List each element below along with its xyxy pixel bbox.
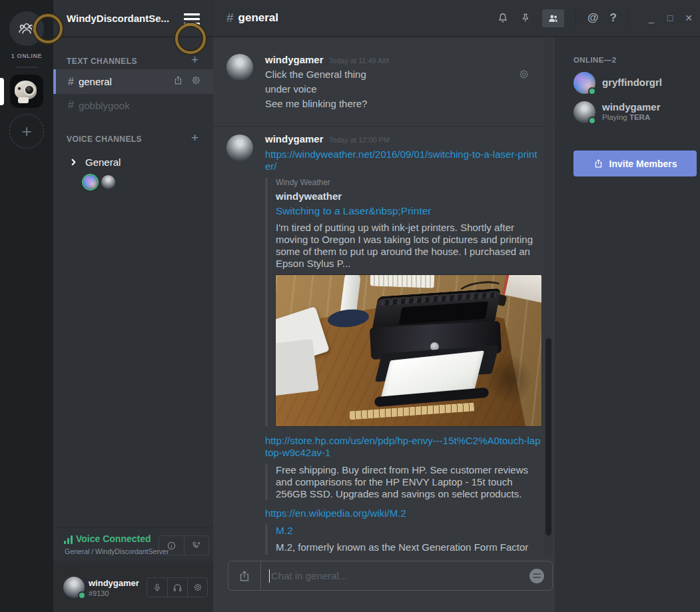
invite-button-label: Invite Members xyxy=(609,158,677,169)
voice-status-panel: Voice Connected General / WindyDiscordan… xyxy=(53,527,213,562)
link-embed-hp: Free shipping. Buy direct from HP. See c… xyxy=(265,464,541,500)
member-row-gryffindorgrl[interactable]: gryffindorgrl xyxy=(568,70,695,98)
server-column: 1 ONLINE + xyxy=(0,0,53,612)
upload-file-button[interactable] xyxy=(228,561,261,590)
online-members-label: ONLINE—2 xyxy=(573,56,617,64)
help-icon[interactable]: ? xyxy=(610,11,617,25)
message-timestamp: Today at 11:49 AM xyxy=(329,57,389,65)
message-text: under voice xyxy=(265,82,541,97)
voice-channel-general[interactable]: General xyxy=(53,152,213,172)
skull-eye-small xyxy=(17,86,22,91)
selected-channel-indicator xyxy=(53,69,56,94)
embed-image-printer-photo[interactable] xyxy=(276,275,541,426)
server-header-dropdown[interactable]: WindyDiscordantSe... xyxy=(53,0,213,37)
channel-name: gobblygook xyxy=(79,100,130,111)
voice-channel-name: General xyxy=(85,156,121,168)
window-close-button[interactable]: ✕ xyxy=(684,13,693,23)
emoji-picker-button[interactable] xyxy=(529,569,544,583)
embed-title-link[interactable]: M.2 xyxy=(276,525,541,537)
invite-members-button[interactable]: Invite Members xyxy=(573,151,697,176)
user-bar: windygamer #9130 xyxy=(53,563,213,612)
mute-microphone-button[interactable] xyxy=(147,578,167,597)
message: windygamer Today at 11:49 AM Click the G… xyxy=(213,37,555,127)
recent-mentions-icon[interactable]: @ xyxy=(587,11,599,25)
member-name: gryffindorgrl xyxy=(602,77,662,88)
header-separator xyxy=(628,11,629,25)
user-settings-gear-icon[interactable] xyxy=(187,578,207,597)
message: windygamer Today at 12:00 PM https://win… xyxy=(213,127,555,555)
user-name: windygamer xyxy=(89,578,139,588)
chat-message-input[interactable] xyxy=(270,570,529,581)
channel-settings-gear-icon[interactable] xyxy=(191,75,201,85)
message-author-avatar[interactable] xyxy=(226,54,253,81)
member-activity: Playing TERA xyxy=(602,113,650,121)
server-name: WindyDiscordantSe... xyxy=(67,13,169,24)
selected-server-pill xyxy=(0,78,4,105)
message-text: See me blinking there? xyxy=(265,97,541,111)
notifications-bell-icon[interactable] xyxy=(497,12,509,24)
server-icon-skull[interactable] xyxy=(10,75,43,108)
message-timestamp: Today at 12:00 PM xyxy=(329,136,390,144)
pinned-messages-icon[interactable] xyxy=(520,12,531,24)
chat-header: # general @ ? _ □ ✕ xyxy=(213,0,700,37)
chat-scrollbar-thumb[interactable] xyxy=(545,338,551,535)
invite-to-channel-icon[interactable] xyxy=(173,75,183,85)
voice-channels-label: VOICE CHANNELS xyxy=(67,135,142,144)
message-author-name[interactable]: windygamer xyxy=(265,133,324,145)
channel-item-general[interactable]: # general xyxy=(53,69,213,94)
add-voice-channel-button[interactable]: + xyxy=(191,131,198,145)
embed-description: M.2, formerly known as the Next Generati… xyxy=(276,541,541,555)
member-sidebar: ONLINE—2 gryffindorgrl windygamer Playin… xyxy=(555,37,700,612)
friends-button[interactable] xyxy=(9,11,44,46)
chat-input-container xyxy=(228,561,553,591)
user-discriminator: #9130 xyxy=(89,589,109,597)
deafen-headphones-button[interactable] xyxy=(167,578,187,597)
voice-user-avatar-gryffindorgrl[interactable] xyxy=(83,175,97,189)
window-maximize-button[interactable]: □ xyxy=(665,13,675,23)
add-text-channel-button[interactable]: + xyxy=(191,53,198,67)
embed-description: I'm tired of putting up with ink-jet pri… xyxy=(276,222,537,270)
online-status-dot xyxy=(588,117,596,125)
message-link-wikipedia-m2[interactable]: https://en.wikipedia.org/wiki/M.2 xyxy=(265,507,541,519)
disconnect-call-button[interactable] xyxy=(184,536,208,555)
message-link-hp-store[interactable]: http://store.hp.com/us/en/pdp/hp-envy---… xyxy=(265,435,541,459)
text-channels-label: TEXT CHANNELS xyxy=(67,57,137,66)
invite-share-icon xyxy=(593,158,603,168)
channel-title: general xyxy=(238,11,278,25)
chevron-right-icon xyxy=(70,158,77,166)
channel-item-gobblygook[interactable]: # gobblygook xyxy=(53,95,213,115)
skull-eye-big xyxy=(23,84,35,96)
add-server-button[interactable]: + xyxy=(9,114,44,149)
member-name: windygamer xyxy=(602,101,661,113)
plus-icon: + xyxy=(21,121,31,142)
member-list-toggle-icon[interactable] xyxy=(542,9,564,27)
skull-jaw xyxy=(18,97,29,103)
link-embed-windyweather: Windy Weather windyweather Switching to … xyxy=(265,178,541,426)
message-link-windyweather[interactable]: https://windyweather.net/2016/09/01/swit… xyxy=(265,149,541,172)
channel-name: general xyxy=(79,76,112,87)
online-count-label: 1 ONLINE xyxy=(0,53,53,59)
hamburger-menu-icon[interactable] xyxy=(184,13,200,25)
voice-connection-location: General / WindyDiscordantServer xyxy=(65,547,169,555)
message-author-name[interactable]: windygamer xyxy=(265,54,324,65)
channel-sidebar: WindyDiscordantSe... TEXT CHANNELS + # g… xyxy=(53,0,213,612)
header-separator xyxy=(575,11,576,25)
embed-provider: Windy Weather xyxy=(276,178,541,187)
activity-prefix: Playing xyxy=(602,113,629,121)
link-embed-m2: M.2 M.2, formerly known as the Next Gene… xyxy=(265,525,541,555)
connection-info-button[interactable] xyxy=(159,536,184,555)
message-list: windygamer Today at 11:49 AM Click the G… xyxy=(213,37,555,555)
message-author-avatar[interactable] xyxy=(226,135,253,161)
embed-author: windyweather xyxy=(276,190,541,202)
embed-title-link[interactable]: Switching to a Laser&nbsp;Printer xyxy=(276,205,541,217)
window-minimize-button[interactable]: _ xyxy=(647,13,656,23)
hash-icon: # xyxy=(226,11,234,25)
voice-user-avatar-windygamer[interactable] xyxy=(101,175,115,189)
message-options-gear-icon[interactable] xyxy=(518,69,529,80)
hash-icon: # xyxy=(68,99,74,111)
friends-icon xyxy=(18,20,35,37)
member-row-windygamer[interactable]: windygamer Playing TERA xyxy=(568,99,695,127)
server-list-divider xyxy=(16,67,37,68)
voice-connected-label: Voice Connected xyxy=(76,533,151,544)
photo-paper-stack xyxy=(276,339,318,396)
